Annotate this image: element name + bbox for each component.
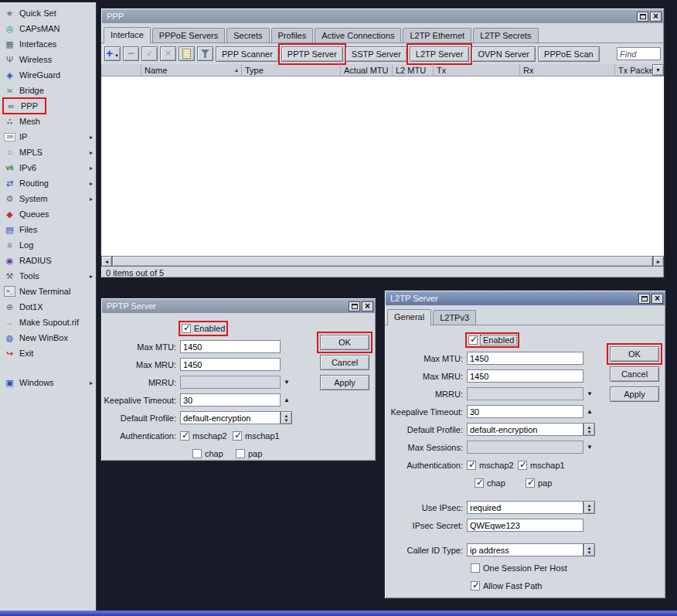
sidebar-item-radius[interactable]: RADIUS xyxy=(0,253,96,268)
mschap2-checkbox[interactable] xyxy=(180,431,189,441)
sidebar-item-queues[interactable]: Queues xyxy=(0,206,96,222)
tab-l2tp-ethernet[interactable]: L2TP Ethernet xyxy=(403,28,471,43)
ipsec-secret-input[interactable] xyxy=(467,519,583,532)
ppp-window-titlebar[interactable]: PPP xyxy=(102,9,663,23)
ok-button[interactable]: OK xyxy=(610,346,659,362)
sidebar-item-capsman[interactable]: CAPsMAN xyxy=(0,21,96,36)
sidebar-item-bridge[interactable]: Bridge xyxy=(0,83,96,98)
tab-secrets[interactable]: Secrets xyxy=(226,28,269,43)
enable-button[interactable] xyxy=(141,46,158,61)
close-button[interactable] xyxy=(362,301,373,311)
spin-up-icon[interactable] xyxy=(284,396,290,403)
add-button[interactable] xyxy=(104,46,121,61)
column-l2-mtu[interactable]: L2 MTU xyxy=(393,64,434,76)
close-button[interactable] xyxy=(651,294,663,304)
sidebar-item-ipv6[interactable]: IPv6 ▸ xyxy=(0,160,96,175)
find-input[interactable] xyxy=(617,47,661,60)
scroll-left-button[interactable] xyxy=(101,256,112,267)
filter-button[interactable] xyxy=(197,46,213,61)
sidebar-item-wireless[interactable]: Wireless xyxy=(0,52,96,67)
scrollbar-thumb[interactable] xyxy=(112,256,653,267)
sidebar-item-quick-set[interactable]: Quick Set xyxy=(0,5,96,21)
caller-id-type-select[interactable] xyxy=(467,543,583,556)
max-mtu-input[interactable] xyxy=(180,340,281,353)
sidebar-item-new-terminal[interactable]: New Terminal xyxy=(0,284,96,299)
mschap2-checkbox[interactable] xyxy=(467,461,476,470)
tab-interface[interactable]: Interface xyxy=(104,27,151,43)
sidebar-item-windows[interactable]: Windows ▸ xyxy=(0,375,96,390)
tab-general[interactable]: General xyxy=(387,309,431,325)
horizontal-scrollbar[interactable] xyxy=(101,256,664,267)
ovpn-server-button[interactable]: OVPN Server xyxy=(471,46,536,62)
tab-active-connections[interactable]: Active Connections xyxy=(315,28,401,43)
keepalive-input[interactable] xyxy=(180,393,281,407)
l2tp-server-button[interactable]: L2TP Server xyxy=(410,46,470,62)
sidebar-item-ppp[interactable]: PPP xyxy=(0,98,96,114)
tab-l2tpv3[interactable]: L2TPv3 xyxy=(433,310,476,325)
sidebar-item-interfaces[interactable]: Interfaces xyxy=(0,36,96,52)
scroll-right-button[interactable] xyxy=(653,256,664,267)
max-mtu-input[interactable] xyxy=(467,352,583,365)
spin-up-icon[interactable] xyxy=(587,408,593,415)
sidebar-item-make-supout[interactable]: Make Supout.rif xyxy=(0,315,96,330)
max-mru-input[interactable] xyxy=(180,358,281,371)
pptp-server-button[interactable]: PPTP Server xyxy=(281,46,343,62)
mrru-input[interactable] xyxy=(467,387,583,400)
max-mru-input[interactable] xyxy=(467,369,583,383)
remove-button[interactable] xyxy=(123,46,139,61)
dropdown-arrow-icon[interactable] xyxy=(587,444,593,451)
column-type[interactable]: Type xyxy=(242,64,341,76)
sidebar-item-mpls[interactable]: MPLS ▸ xyxy=(0,145,96,160)
mrru-input[interactable] xyxy=(180,376,281,389)
column-selector-button[interactable] xyxy=(652,64,664,76)
sidebar-item-log[interactable]: Log xyxy=(0,237,96,253)
combo-updown-button[interactable] xyxy=(583,543,595,556)
default-profile-select[interactable] xyxy=(467,423,583,436)
chap-checkbox[interactable] xyxy=(475,478,484,488)
pap-checkbox[interactable] xyxy=(236,449,245,458)
sstp-server-button[interactable]: SSTP Server xyxy=(345,46,407,62)
maximize-button[interactable] xyxy=(637,12,648,22)
close-button[interactable] xyxy=(650,12,662,22)
fast-path-checkbox[interactable] xyxy=(471,581,480,590)
sidebar-item-routing[interactable]: Routing ▸ xyxy=(0,175,96,191)
column-name[interactable]: Name xyxy=(141,64,242,76)
default-profile-select[interactable] xyxy=(180,411,281,424)
pap-checkbox[interactable] xyxy=(526,478,535,488)
column-rx[interactable]: Rx xyxy=(520,64,615,76)
dropdown-arrow-icon[interactable] xyxy=(284,379,290,386)
ok-button[interactable]: OK xyxy=(320,335,369,350)
cancel-button[interactable]: Cancel xyxy=(320,355,369,370)
apply-button[interactable]: Apply xyxy=(610,386,659,402)
mschap1-checkbox[interactable] xyxy=(518,461,527,470)
sidebar-item-files[interactable]: Files xyxy=(0,222,96,237)
cancel-button[interactable]: Cancel xyxy=(610,366,659,382)
use-ipsec-select[interactable] xyxy=(467,501,583,514)
max-sessions-input[interactable] xyxy=(467,441,583,454)
l2tp-dialog-titlebar[interactable]: L2TP Server xyxy=(386,291,665,305)
maximize-button[interactable] xyxy=(638,294,650,304)
column-tx-packet[interactable]: Tx Packe xyxy=(615,64,652,76)
disable-button[interactable] xyxy=(160,46,176,61)
sidebar-item-system[interactable]: System ▸ xyxy=(0,191,96,206)
pppoe-scan-button[interactable]: PPPoE Scan xyxy=(538,46,600,62)
sidebar-item-mesh[interactable]: Mesh xyxy=(0,114,96,129)
chap-checkbox[interactable] xyxy=(192,449,202,458)
enabled-checkbox[interactable] xyxy=(182,324,191,333)
dropdown-arrow-icon[interactable] xyxy=(587,390,593,397)
column-flags[interactable] xyxy=(101,64,141,76)
keepalive-input[interactable] xyxy=(467,405,583,418)
pptp-dialog-titlebar[interactable]: PPTP Server xyxy=(102,299,375,313)
sidebar-item-new-winbox[interactable]: New WinBox xyxy=(0,330,96,345)
tab-profiles[interactable]: Profiles xyxy=(271,28,314,43)
column-tx[interactable]: Tx xyxy=(434,64,520,76)
one-session-checkbox[interactable] xyxy=(471,563,480,573)
sidebar-item-wireguard[interactable]: WireGuard xyxy=(0,67,96,83)
tab-l2tp-secrets[interactable]: L2TP Secrets xyxy=(473,28,538,43)
combo-updown-button[interactable] xyxy=(583,423,595,436)
tab-pppoe-servers[interactable]: PPPoE Servers xyxy=(152,28,225,43)
sidebar-item-dot1x[interactable]: Dot1X xyxy=(0,299,96,315)
ppp-scanner-button[interactable]: PPP Scanner xyxy=(216,46,279,62)
maximize-button[interactable] xyxy=(349,301,360,311)
sidebar-item-ip[interactable]: IP ▸ xyxy=(0,129,96,145)
